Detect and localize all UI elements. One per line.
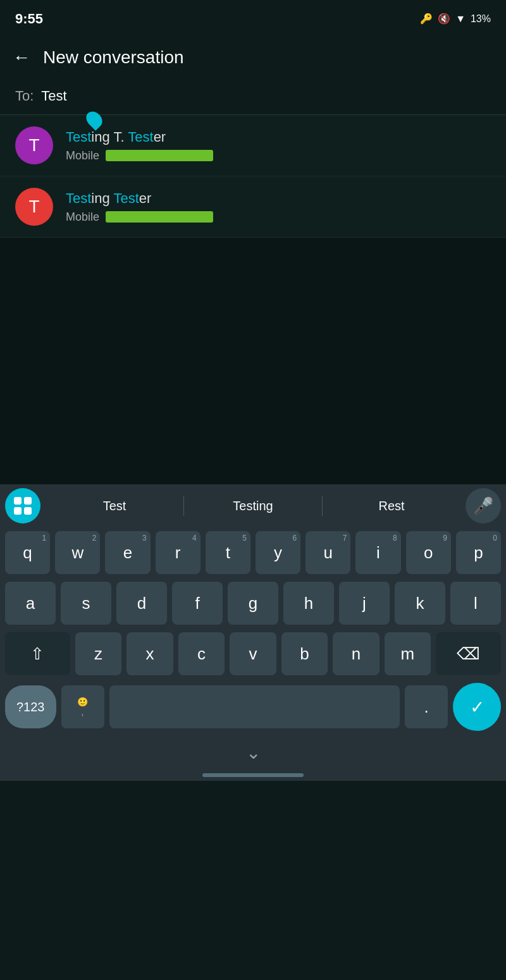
key-v[interactable]: v [230, 632, 276, 675]
key-r[interactable]: 4r [156, 531, 201, 574]
contact-name-normal: ing T. [91, 129, 128, 145]
key-j[interactable]: j [339, 582, 390, 625]
keyboard-row-2: a s d f g h j k l [0, 578, 506, 628]
key-label: z [94, 644, 102, 664]
key-label: j [362, 594, 366, 613]
key-label: a [26, 594, 35, 613]
key-g[interactable]: g [228, 582, 278, 625]
suggestions-container: Test Testing Rest [46, 494, 460, 518]
key-period[interactable]: . [405, 685, 448, 728]
key-o[interactable]: 9o [406, 531, 451, 574]
key-space[interactable] [109, 685, 400, 728]
key-num: 9 [443, 534, 447, 542]
key-y[interactable]: 6y [256, 531, 300, 574]
status-bar: 9:55 🔑 🔇 ▼ 13% [0, 0, 506, 35]
key-k[interactable]: k [395, 582, 445, 625]
contact-name: Testing T. Tester [66, 129, 491, 145]
contact-name-normal: ing [91, 190, 113, 206]
grid-icon [14, 497, 32, 515]
key-icon: 🔑 [420, 13, 433, 25]
key-label: w [71, 543, 83, 563]
wifi-icon: ▼ [455, 13, 466, 25]
key-b[interactable]: b [281, 632, 328, 675]
to-label: To: [15, 88, 34, 104]
key-label: t [226, 543, 230, 563]
contact-number-redacted [106, 211, 213, 223]
contact-detail: Mobile [66, 211, 491, 224]
contact-name-highlight: Test [66, 190, 91, 206]
key-label: c [197, 644, 206, 664]
key-q[interactable]: 1q [5, 531, 50, 574]
key-symbols[interactable]: ?123 [5, 685, 56, 728]
key-e[interactable]: 3e [105, 531, 150, 574]
key-a[interactable]: a [5, 582, 56, 625]
keyboard-row-3: ⇧ z x c v b n m ⌫ [0, 628, 506, 679]
status-icons: 🔑 🔇 ▼ 13% [420, 13, 491, 25]
shift-icon: ⇧ [30, 644, 44, 664]
suggestion-word-1[interactable]: Test [46, 494, 183, 518]
suggestion-word-3[interactable]: Rest [323, 494, 460, 518]
key-label: h [304, 594, 313, 613]
key-m[interactable]: m [385, 632, 431, 675]
key-z[interactable]: z [75, 632, 121, 675]
key-backspace[interactable]: ⌫ [436, 632, 501, 675]
key-label: g [249, 594, 257, 613]
status-time: 9:55 [15, 11, 43, 27]
key-label: l [474, 594, 478, 613]
key-i[interactable]: 8i [355, 531, 400, 574]
enter-icon: ✓ [470, 697, 484, 718]
to-field[interactable]: To: Test [0, 78, 506, 114]
contact-item[interactable]: T Testing Tester Mobile [0, 176, 506, 238]
key-shift[interactable]: ⇧ [5, 632, 70, 675]
mic-button[interactable]: 🎤 [466, 488, 501, 524]
key-l[interactable]: l [450, 582, 501, 625]
recipient-input[interactable]: Test [41, 88, 66, 104]
key-x[interactable]: x [126, 632, 173, 675]
key-t[interactable]: 5t [206, 531, 250, 574]
suggestion-word-2[interactable]: Testing [184, 494, 322, 518]
empty-space [0, 238, 506, 484]
key-label: e [123, 543, 132, 563]
back-button[interactable]: ← [13, 47, 30, 68]
key-emoji[interactable]: 🙂 , [61, 685, 104, 728]
key-d[interactable]: d [116, 582, 167, 625]
keyboard-grid-button[interactable] [5, 488, 40, 524]
comma-label: , [82, 707, 84, 717]
key-enter[interactable]: ✓ [453, 683, 501, 731]
keyboard-suggestions: Test Testing Rest 🎤 [0, 484, 506, 527]
key-c[interactable]: c [178, 632, 225, 675]
key-num: 6 [293, 534, 297, 542]
grid-dot [24, 497, 32, 505]
key-u[interactable]: 7u [305, 531, 350, 574]
contact-name-highlight2: Test [128, 129, 153, 145]
app-bar: ← New conversation [0, 35, 506, 78]
avatar: T [15, 188, 53, 226]
battery-level: 13% [471, 13, 491, 25]
contact-name-highlight2: Test [113, 190, 139, 206]
key-s[interactable]: s [61, 582, 111, 625]
key-h[interactable]: h [283, 582, 334, 625]
key-p[interactable]: 0p [456, 531, 501, 574]
key-label: m [401, 644, 415, 664]
mic-icon: 🎤 [473, 496, 493, 516]
page-title: New conversation [43, 47, 184, 68]
contact-name-normal2: er [139, 190, 152, 206]
contact-type: Mobile [66, 149, 99, 162]
key-num: 2 [92, 534, 97, 542]
key-label: q [23, 543, 32, 563]
chevron-down-icon[interactable]: ⌄ [246, 742, 261, 763]
key-n[interactable]: n [333, 632, 379, 675]
home-bar [202, 773, 304, 777]
key-label: f [195, 594, 199, 613]
key-label: i [376, 543, 380, 563]
emoji-icon: 🙂 [77, 697, 88, 707]
key-w[interactable]: 2w [55, 531, 100, 574]
grid-dot [24, 507, 32, 515]
contact-item[interactable]: T Testing T. Tester Mobile [0, 115, 506, 176]
key-label: r [175, 543, 181, 563]
key-f[interactable]: f [172, 582, 223, 625]
key-num: 1 [42, 534, 47, 542]
avatar: T [15, 126, 53, 164]
key-label: p [474, 543, 483, 563]
key-label: o [424, 543, 433, 563]
